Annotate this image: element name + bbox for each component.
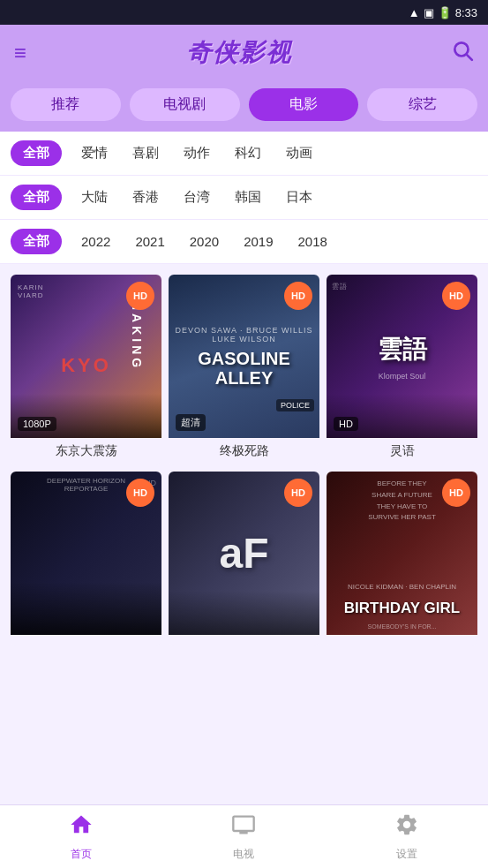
genre-filter-romance[interactable]: 爱情	[76, 143, 113, 163]
region-filter-hk[interactable]: 香港	[127, 187, 164, 208]
region-filter-all[interactable]: 全部	[11, 185, 62, 210]
genre-filter-comedy[interactable]: 喜剧	[127, 143, 164, 163]
tab-variety[interactable]: 综艺	[367, 88, 477, 121]
tv-label: 电视	[233, 847, 254, 862]
app-title: 奇侠影视	[186, 36, 292, 70]
genre-filter-animation[interactable]: 动画	[281, 143, 318, 163]
movie-poster-2: HD DEVON SAWA · BRUCE WILLISLUKE WILSON …	[169, 275, 319, 438]
poster-gradient-4	[11, 582, 161, 635]
poster-karin: KARINVIARD	[18, 283, 43, 299]
poster-gradient-1	[11, 394, 161, 438]
genre-filter-row: 全部 爱情 喜剧 动作 科幻 动画	[0, 132, 488, 176]
hd-badge-3: HD	[442, 282, 470, 310]
bottom-nav-tv[interactable]: 电视	[162, 805, 325, 868]
poster-main-2: GASOLINEALLEY	[198, 349, 289, 388]
movie-title-5	[169, 635, 319, 645]
genre-filter-scifi[interactable]: 科幻	[229, 143, 267, 163]
battery-icon: 🔋	[438, 6, 452, 19]
movie-title-1: 东京大震荡	[11, 438, 161, 464]
tab-movie[interactable]: 电影	[249, 88, 359, 121]
movie-poster-4: HD DEEPWATER HORIZONREPORTAGE HD	[11, 472, 161, 635]
home-label: 首页	[71, 847, 92, 862]
hd-badge-1: HD	[126, 282, 154, 310]
tab-recommend[interactable]: 推荐	[11, 88, 121, 121]
poster-title-jp: KYO	[61, 354, 111, 377]
movie-card-3[interactable]: HD 雲語 雲語 Klompet Soul HD 灵语	[327, 275, 477, 464]
home-icon	[69, 812, 94, 843]
search-button[interactable]	[451, 39, 474, 67]
poster-sub-4: DEEPWATER HORIZONREPORTAGE	[47, 477, 125, 493]
poster-actors-2: DEVON SAWA · BRUCE WILLISLUKE WILSON	[176, 326, 313, 343]
app-header: ≡ 奇侠影视	[0, 25, 488, 81]
genre-filter-action[interactable]: 动作	[178, 143, 215, 163]
poster-main-5: aF	[219, 529, 268, 577]
settings-label: 设置	[396, 847, 417, 862]
year-filter-2019[interactable]: 2019	[238, 232, 278, 251]
bottom-nav-settings[interactable]: 设置	[326, 805, 488, 868]
movie-card-5[interactable]: HD aF	[169, 472, 319, 645]
region-filter-kr[interactable]: 韩国	[229, 187, 267, 208]
poster-top-text-3: 雲語	[332, 282, 348, 291]
tab-tv[interactable]: 电视剧	[130, 88, 240, 121]
year-filter-row: 全部 2022 2021 2020 2019 2018	[0, 220, 488, 264]
year-filter-all[interactable]: 全部	[11, 229, 62, 254]
menu-button[interactable]: ≡	[14, 41, 26, 65]
movie-card-4[interactable]: HD DEEPWATER HORIZONREPORTAGE HD	[11, 472, 161, 645]
year-filter-2021[interactable]: 2021	[130, 232, 169, 251]
movie-poster-3: HD 雲語 雲語 Klompet Soul HD	[327, 275, 477, 438]
movie-card-1[interactable]: HD KARINVIARD KYO HAKING 1080P 东京大震荡	[11, 275, 161, 464]
quality-badge-1: 1080P	[18, 417, 56, 431]
year-filter-2018[interactable]: 2018	[293, 232, 333, 251]
poster-actors-6: NICOLE KIDMAN · BEN CHAPLIN	[348, 583, 456, 591]
movie-poster-6: HD BEFORE THEYSHARE A FUTURETHEY HAVE TO…	[327, 472, 477, 635]
region-filter-jp[interactable]: 日本	[281, 187, 318, 208]
poster-sub-3: Klompet Soul	[379, 372, 426, 381]
hd-badge-5: HD	[284, 479, 312, 507]
poster-chinese-3: 雲語	[378, 333, 427, 366]
movie-title-2: 终极死路	[169, 438, 319, 464]
svg-line-1	[467, 55, 472, 60]
region-filter-row: 全部 大陆 香港 台湾 韩国 日本	[0, 176, 488, 220]
hd-badge-4: HD	[126, 479, 154, 507]
filter-section: 全部 爱情 喜剧 动作 科幻 动画 全部 大陆 香港 台湾 韩国 日本 全部 2…	[0, 132, 488, 264]
year-filter-2020[interactable]: 2020	[184, 232, 224, 251]
hd-badge-2: HD	[284, 282, 312, 310]
poster-gradient-5	[169, 591, 319, 635]
year-filter-2022[interactable]: 2022	[76, 232, 116, 251]
wifi-icon: ▲	[409, 6, 420, 19]
genre-filter-all[interactable]: 全部	[11, 140, 62, 166]
movie-title-4	[11, 635, 161, 645]
movie-card-6[interactable]: HD BEFORE THEYSHARE A FUTURETHEY HAVE TO…	[327, 472, 477, 645]
poster-vertical-text: HAKING	[130, 301, 144, 371]
quality-badge-2: 超清	[176, 414, 206, 431]
movie-title-6	[327, 635, 477, 645]
poster-title-6: BIRTHDAY GIRL	[344, 600, 460, 617]
time-display: 8:33	[455, 6, 477, 19]
bottom-nav-home[interactable]: 首页	[0, 805, 162, 868]
hd-badge-6: HD	[442, 479, 470, 507]
quality-badge-3: HD	[334, 417, 358, 431]
region-filter-tw[interactable]: 台湾	[178, 187, 215, 208]
poster-tagline2-6: SOMEBODY'S IN FOR...	[368, 623, 437, 630]
movie-poster-1: HD KARINVIARD KYO HAKING 1080P	[11, 275, 161, 438]
movie-title-3: 灵语	[327, 438, 477, 464]
movie-poster-5: HD aF	[169, 472, 319, 635]
tv-icon	[231, 812, 256, 843]
movie-card-2[interactable]: HD DEVON SAWA · BRUCE WILLISLUKE WILSON …	[169, 275, 319, 464]
bottom-nav: 首页 电视 设置	[0, 804, 488, 868]
status-icons: ▲ ▣ 🔋 8:33	[409, 6, 477, 19]
nav-tabs: 推荐 电视剧 电影 综艺	[0, 81, 488, 132]
poster-police-2: POLICE	[276, 399, 314, 411]
region-filter-mainland[interactable]: 大陆	[76, 187, 113, 208]
status-bar: ▲ ▣ 🔋 8:33	[0, 0, 488, 25]
poster-gradient-3	[327, 394, 477, 438]
movie-grid: HD KARINVIARD KYO HAKING 1080P 东京大震荡 HD …	[0, 264, 488, 649]
settings-icon	[394, 812, 419, 843]
signal-icon: ▣	[424, 6, 434, 19]
